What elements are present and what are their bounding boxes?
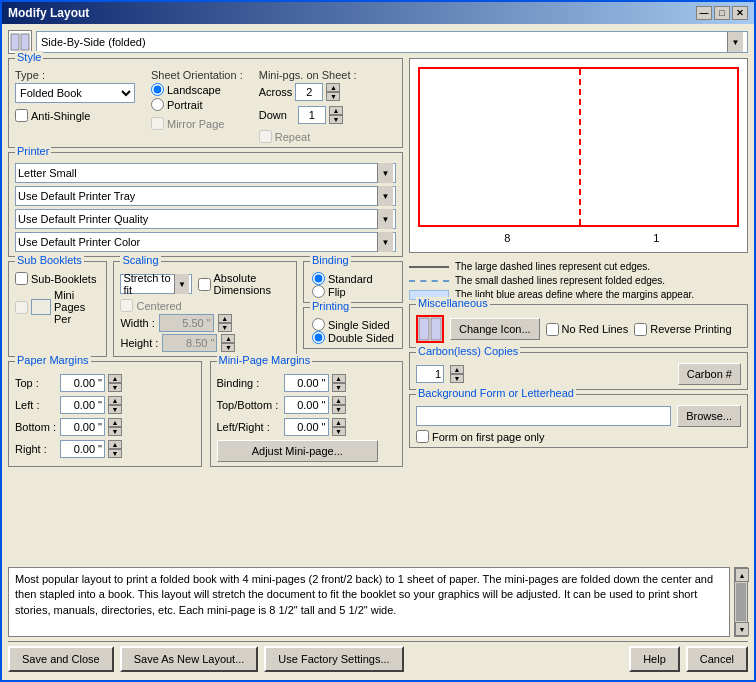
bottom-label: Bottom : (15, 421, 57, 433)
height-down[interactable]: ▼ (221, 343, 235, 352)
printer-line3-arrow[interactable]: ▼ (377, 209, 393, 229)
maximize-button[interactable]: □ (714, 6, 730, 20)
portrait-radio[interactable] (151, 98, 164, 111)
top-up[interactable]: ▲ (108, 374, 122, 383)
legend-dashed-text: The small dashed lines represent folded … (455, 275, 665, 286)
double-sided-radio[interactable] (312, 331, 325, 344)
bottom-down[interactable]: ▼ (108, 427, 122, 436)
printer-line2: Use Default Printer Tray (18, 190, 135, 202)
close-button[interactable]: ✕ (732, 6, 748, 20)
single-sided-radio[interactable] (312, 318, 325, 331)
mirror-page-checkbox[interactable] (151, 117, 164, 130)
down-down[interactable]: ▼ (329, 115, 343, 124)
left-input[interactable] (60, 396, 105, 414)
standard-radio[interactable] (312, 272, 325, 285)
carbon-hash-button[interactable]: Carbon # (678, 363, 741, 385)
background-input[interactable] (416, 406, 671, 426)
height-input[interactable] (162, 334, 217, 352)
printer-line1: Letter Small (18, 167, 77, 179)
sub-booklets-checkbox[interactable] (15, 272, 28, 285)
leftright-up[interactable]: ▲ (332, 418, 346, 427)
browse-button[interactable]: Browse... (677, 405, 741, 427)
printer-line2-combo[interactable]: Use Default Printer Tray ▼ (15, 186, 396, 206)
across-input[interactable] (295, 83, 323, 101)
flip-radio[interactable] (312, 285, 325, 298)
sub-booklets-check-label: Sub-Booklets (31, 273, 96, 285)
carbon-down[interactable]: ▼ (450, 374, 464, 383)
down-input[interactable] (298, 106, 326, 124)
type-select[interactable]: Folded Book (15, 83, 135, 103)
change-icon-button[interactable]: Change Icon... (450, 318, 540, 340)
scroll-thumb[interactable] (736, 583, 746, 621)
anti-shingle-checkbox[interactable] (15, 109, 28, 122)
save-new-button[interactable]: Save As New Layout... (120, 646, 259, 672)
form-first-page-checkbox[interactable] (416, 430, 429, 443)
landscape-radio[interactable] (151, 83, 164, 96)
misc-group: Miscellaneous Change Icon... No Red Line… (409, 304, 748, 348)
no-red-lines-checkbox[interactable] (546, 323, 559, 336)
modify-layout-window: Modify Layout — □ ✕ Side-By-Side (folded… (0, 0, 756, 682)
carbon-up[interactable]: ▲ (450, 365, 464, 374)
printer-line1-arrow[interactable]: ▼ (377, 163, 393, 183)
across-up[interactable]: ▲ (326, 83, 340, 92)
right-label: Right : (15, 443, 57, 455)
binding-margin-input[interactable] (284, 374, 329, 392)
layout-dropdown-arrow[interactable]: ▼ (727, 32, 743, 52)
absolute-checkbox[interactable] (198, 278, 211, 291)
save-close-button[interactable]: Save and Close (8, 646, 114, 672)
stretch-combo[interactable]: Stretch to fit ▼ (120, 274, 191, 294)
mini-pages-checkbox[interactable] (15, 301, 28, 314)
printer-line4-arrow[interactable]: ▼ (377, 232, 393, 252)
binding-up[interactable]: ▲ (332, 374, 346, 383)
repeat-row: Repeat (259, 130, 357, 143)
printer-line3-combo[interactable]: Use Default Printer Quality ▼ (15, 209, 396, 229)
mini-pages-input[interactable] (31, 299, 51, 315)
printer-line2-arrow[interactable]: ▼ (377, 186, 393, 206)
help-button[interactable]: Help (629, 646, 680, 672)
bottom-row: Sub Booklets Sub-Booklets Mini Pages Per (8, 261, 403, 357)
layout-dropdown[interactable]: Side-By-Side (folded) ▼ (36, 31, 748, 53)
scroll-down-arrow[interactable]: ▼ (735, 622, 749, 636)
down-up[interactable]: ▲ (329, 106, 343, 115)
adjust-mini-button[interactable]: Adjust Mini-page... (217, 440, 379, 462)
printer-group: Printer Letter Small ▼ Use Default Print… (8, 152, 403, 257)
description-scrollbar[interactable]: ▲ ▼ (734, 567, 748, 637)
top-input[interactable] (60, 374, 105, 392)
right-down[interactable]: ▼ (108, 449, 122, 458)
cancel-button[interactable]: Cancel (686, 646, 748, 672)
centered-row: Centered (120, 299, 289, 312)
printer-line1-combo[interactable]: Letter Small ▼ (15, 163, 396, 183)
binding-down[interactable]: ▼ (332, 383, 346, 392)
right-spinner: ▲ ▼ (108, 440, 122, 458)
scaling-content: Stretch to fit ▼ Absolute Dimensions (120, 266, 289, 352)
right-input[interactable] (60, 440, 105, 458)
height-up[interactable]: ▲ (221, 334, 235, 343)
carbon-input[interactable] (416, 365, 444, 383)
topbottom-input[interactable] (284, 396, 329, 414)
leftright-input[interactable] (284, 418, 329, 436)
printer-label: Printer (15, 145, 51, 157)
bottom-up[interactable]: ▲ (108, 418, 122, 427)
width-up[interactable]: ▲ (218, 314, 232, 323)
right-up[interactable]: ▲ (108, 440, 122, 449)
left-up[interactable]: ▲ (108, 396, 122, 405)
minimize-button[interactable]: — (696, 6, 712, 20)
topbottom-up[interactable]: ▲ (332, 396, 346, 405)
width-down[interactable]: ▼ (218, 323, 232, 332)
printer-line4-combo[interactable]: Use Default Printer Color ▼ (15, 232, 396, 252)
scroll-up-arrow[interactable]: ▲ (735, 568, 749, 582)
centered-checkbox[interactable] (120, 299, 133, 312)
repeat-checkbox[interactable] (259, 130, 272, 143)
bottom-input[interactable] (60, 418, 105, 436)
leftright-down[interactable]: ▼ (332, 427, 346, 436)
width-input[interactable] (159, 314, 214, 332)
topbottom-down[interactable]: ▼ (332, 405, 346, 414)
reverse-printing-checkbox[interactable] (634, 323, 647, 336)
mini-margins-label: Mini-Page Margins (217, 354, 313, 366)
stretch-arrow[interactable]: ▼ (174, 274, 188, 294)
across-down[interactable]: ▼ (326, 92, 340, 101)
top-down[interactable]: ▼ (108, 383, 122, 392)
left-down[interactable]: ▼ (108, 405, 122, 414)
misc-row: Change Icon... No Red Lines Reverse Prin… (416, 309, 741, 343)
factory-button[interactable]: Use Factory Settings... (264, 646, 403, 672)
